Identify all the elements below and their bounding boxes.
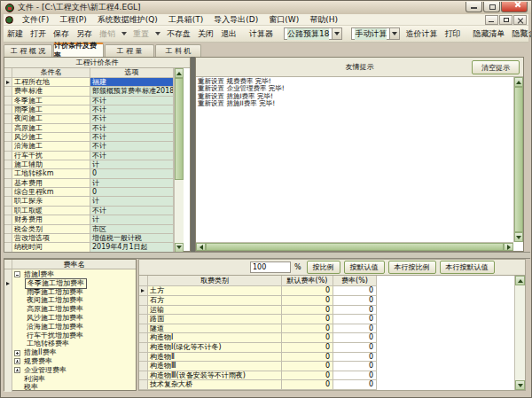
table-row[interactable]: 石方00 [139,296,379,306]
vertical-scrollbar[interactable] [514,276,525,390]
close-file-button[interactable]: 关闭 [194,28,217,40]
table-row[interactable]: 土方00 [139,286,379,296]
tab-quantities[interactable]: 工 程 量 [105,44,154,57]
scroll-down-icon[interactable] [515,380,525,390]
by-ratio-button[interactable]: 按比例 [307,261,340,274]
expand-icon[interactable] [14,358,20,364]
tree-item[interactable]: 措施II费率 [14,348,136,357]
row-by-ratio-button[interactable]: 本行按比例 [388,261,436,274]
table-row[interactable]: 路面00 [139,315,379,324]
new-button[interactable]: 新建 [4,28,27,40]
table-row[interactable]: 税金类别市区 [4,225,174,234]
table-row[interactable]: 工程所在地福建 [4,78,174,87]
tree-item[interactable]: 税率 [22,383,136,392]
table-row[interactable]: 工地转移km0 [4,169,174,178]
table-row[interactable]: 营改增选项增值税一般计税 [4,234,174,243]
price-calc-button[interactable]: 造价计算 [402,28,441,40]
table-row[interactable]: 基本费用计 [4,179,174,188]
menu-import-export[interactable]: 导入导出(D) [208,14,263,26]
scroll-up-icon[interactable] [515,276,525,285]
mdi-minimize-button[interactable] [485,15,498,25]
table-row[interactable]: 运输00 [139,306,379,316]
toolbar-overflow-icon[interactable]: » [517,27,528,34]
menu-help[interactable]: 帮助(H) [304,14,343,26]
tree-item[interactable]: 沿海施工增加费率 [25,323,136,332]
collapse-icon[interactable] [14,271,20,277]
scrollbar-thumb[interactable] [175,78,184,180]
row-by-default-button[interactable]: 本行按默认值 [440,261,495,274]
tree-item[interactable]: 风沙施工增加费率 [25,314,136,323]
table-row[interactable]: 夜间施工不计 [4,114,174,123]
calc-mode-select[interactable]: 手动计算 [351,27,400,40]
table-row[interactable]: 高原施工不计 [4,124,174,133]
table-row[interactable]: 构造物Ⅲ(设备安装等不计雨夜)00 [139,371,379,381]
hide-list-button[interactable]: 隐藏清单 [469,28,508,40]
scroll-down-icon[interactable] [514,232,523,242]
table-row[interactable]: 纳税时间2019年4月1日起 [4,243,174,252]
table-row[interactable]: 职工取暖不计 [4,207,174,215]
table-row[interactable]: 隧道00 [139,324,379,334]
maximize-button[interactable] [483,2,500,12]
table-row[interactable]: 综合里程km0 [4,188,174,197]
table-row[interactable]: 职工探亲计 [4,197,174,206]
tab-project-overview[interactable]: 工 程 概 况 [4,44,52,57]
mdi-close-button[interactable] [513,15,527,25]
tree-item[interactable]: 冬季施工增加费率 [25,279,136,288]
vertical-scrollbar[interactable] [513,77,523,242]
tree-item[interactable]: 工地转移费率 [25,339,136,348]
table-row[interactable]: 构造物Ⅱ00 [139,353,379,363]
vertical-scrollbar[interactable] [174,68,184,253]
tree-item[interactable]: 规费费率 [14,357,136,366]
menu-file[interactable]: 文件(F) [17,14,54,26]
tree-item[interactable]: 雨季施工增加费率 [25,288,136,297]
exit-button[interactable]: 退出 [217,28,240,40]
scroll-up-icon[interactable] [175,68,184,78]
tree-item[interactable]: 企业管理费率 [14,366,136,375]
table-row[interactable]: 费率标准部颁概预算费率标准2018 [4,87,174,96]
table-row[interactable]: 沿海施工不计 [4,142,174,151]
close-button[interactable] [501,2,528,12]
template-select[interactable]: 公路预算18 [284,27,342,40]
expand-icon[interactable] [14,367,20,373]
minimize-button[interactable] [466,2,482,12]
dropdown-arrow-icon[interactable] [332,28,341,39]
table-row[interactable]: 构造物Ⅰ00 [139,333,379,343]
menu-toolbox[interactable]: 工具箱(T) [163,14,209,26]
scrollbar-thumb[interactable] [206,243,504,251]
clear-tips-button[interactable]: 清空提示 [472,60,520,74]
scrollbar-thumb[interactable] [514,87,523,232]
table-row[interactable]: 行车干扰不计 [4,152,174,160]
undo-dropdown-icon[interactable] [121,32,127,35]
dropdown-arrow-icon[interactable] [389,28,399,39]
menu-window[interactable]: 窗口(W) [263,14,304,26]
calculator-button[interactable]: 计算器 [246,28,277,40]
no-save-button[interactable]: 不存盘 [163,28,194,40]
table-row[interactable]: 雨季施工不计 [4,105,174,114]
menu-system-data[interactable]: 系统数据维护(Q) [92,14,163,26]
table-row[interactable]: 技术复杂大桥00 [139,380,379,390]
table-row[interactable]: 财务费用计 [4,215,174,224]
tab-labor-material-machine[interactable]: 工 料 机 [155,44,201,57]
tab-pricing-conditions[interactable]: 计价条件及费率 [53,43,104,57]
save-as-button[interactable]: 另存 [73,28,96,40]
save-button[interactable]: 保存 [50,28,73,40]
panel-splitter-horizontal[interactable] [4,252,530,259]
scroll-right-icon[interactable] [504,243,513,251]
table-row[interactable]: 构造物Ⅰ(绿化等不计冬)00 [139,343,379,353]
menu-project[interactable]: 工程(P) [54,14,91,26]
tree-item[interactable]: 高原施工增加费率 [25,305,136,314]
scroll-left-icon[interactable] [196,243,206,251]
open-button[interactable]: 打开 [27,28,50,40]
by-default-button[interactable]: 按默认值 [344,261,385,274]
print-button[interactable]: 打印 [441,28,464,40]
scroll-up-icon[interactable] [514,77,523,87]
tree-item[interactable]: 利润率 [22,375,136,384]
scroll-down-icon[interactable] [175,243,184,253]
mdi-restore-button[interactable] [499,15,512,25]
tree-item[interactable]: 夜间施工增加费率 [25,296,136,305]
table-row[interactable]: 风沙施工不计 [4,133,174,142]
table-row[interactable]: 施工辅助计 [4,160,174,169]
table-row[interactable]: 冬季施工不计 [4,97,174,105]
percent-input[interactable] [250,261,291,273]
expand-icon[interactable] [14,350,20,356]
